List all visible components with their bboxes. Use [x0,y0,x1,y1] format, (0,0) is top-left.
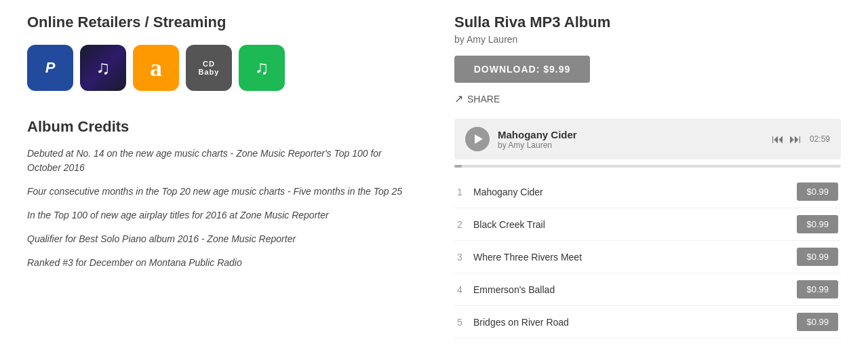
table-row: 1Mahogany Cider$0.99 [454,176,841,208]
cdbaby-label: CDBaby [199,60,220,76]
next-track-icon[interactable]: ⏭ [789,132,802,147]
player-time: 02:59 [810,134,830,144]
track-price-button[interactable]: $0.99 [797,280,838,299]
credit-item: Four consecutive months in the Top 20 ne… [27,185,414,199]
track-number: 4 [457,284,473,295]
amazon-letter: a [150,54,162,82]
table-row: 5Bridges on River Road$0.99 [454,306,841,339]
table-row: 2Black Creek Trail$0.99 [454,208,841,241]
track-number: 3 [457,252,473,263]
right-column: Sulla Riva MP3 Album by Amy Lauren DOWNL… [441,14,841,339]
player-controls: ⏮ ⏭ [772,132,802,147]
player-track-artist: by Amy Lauren [498,140,764,150]
album-credits-section: Album Credits Debuted at No. 14 on the n… [27,118,414,270]
cdbaby-icon[interactable]: CDBaby [186,45,232,91]
track-name: Mahogany Cider [473,187,797,197]
retailers-title: Online Retailers / Streaming [27,14,414,31]
retailers-section: Online Retailers / Streaming P ♫ a CDBab… [27,14,414,91]
play-button[interactable] [465,127,490,151]
track-list: 1Mahogany Cider$0.992Black Creek Trail$0… [454,176,841,339]
track-number: 5 [457,317,473,328]
track-number: 2 [457,219,473,230]
pandora-letter: P [45,59,56,77]
table-row: 3Where Three Rivers Meet$0.99 [454,241,841,273]
credit-item: Qualifier for Best Solo Piano album 2016… [27,232,414,246]
share-row[interactable]: ↗ SHARE [454,92,841,105]
prev-track-icon[interactable]: ⏮ [772,132,784,147]
play-icon [475,134,483,144]
pandora-icon[interactable]: P [27,45,73,91]
credits-container: Debuted at No. 14 on the new age music c… [27,147,414,270]
player-info: Mahogany Cider by Amy Lauren [498,129,764,150]
progress-fill [454,165,462,168]
track-price-button[interactable]: $0.99 [797,182,838,201]
track-name: Black Creek Trail [473,219,797,230]
share-label: SHARE [467,94,500,104]
track-name: Emmerson's Ballad [473,284,797,295]
share-icon: ↗ [454,92,463,105]
track-name: Where Three Rivers Meet [473,252,797,263]
spotify-icon[interactable]: ♫ [239,45,285,91]
track-name: Bridges on River Road [473,317,797,328]
credit-item: In the Top 100 of new age airplay titles… [27,208,414,223]
track-number: 1 [457,187,473,197]
album-artist: by Amy Lauren [454,34,841,45]
retailer-icons-container: P ♫ a CDBaby ♫ [27,45,414,91]
download-button[interactable]: DOWNLOAD: $9.99 [454,56,590,83]
credit-item: Ranked #3 for December on Montana Public… [27,256,414,270]
track-price-button[interactable]: $0.99 [797,215,838,233]
amazon-icon[interactable]: a [133,45,179,91]
track-price-button[interactable]: $0.99 [797,313,838,331]
player-bar: Mahogany Cider by Amy Lauren ⏮ ⏭ 02:59 [454,119,841,159]
album-credits-title: Album Credits [27,118,414,136]
credit-item: Debuted at No. 14 on the new age music c… [27,147,414,175]
left-column: Online Retailers / Streaming P ♫ a CDBab… [27,14,441,339]
player-track-title: Mahogany Cider [498,129,764,140]
track-price-button[interactable]: $0.99 [797,248,838,266]
itunes-symbol: ♫ [96,57,111,79]
progress-bar[interactable] [454,165,841,168]
spotify-symbol: ♫ [255,57,269,79]
table-row: 4Emmerson's Ballad$0.99 [454,273,841,306]
itunes-icon[interactable]: ♫ [80,45,126,91]
album-title: Sulla Riva MP3 Album [454,14,841,31]
